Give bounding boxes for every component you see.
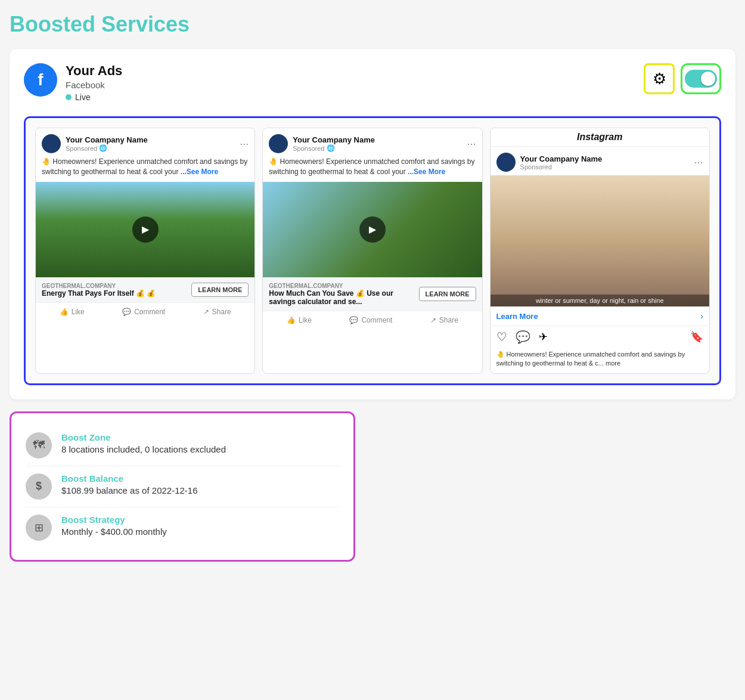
main-card: f Your Ads Facebook Live ⚙	[10, 49, 735, 399]
platform-label: Facebook	[66, 80, 122, 90]
comment-action-1[interactable]: 💬 Comment	[122, 308, 165, 316]
boost-balance-value: $108.99 balance as of 2022-12-16	[61, 485, 339, 495]
learn-more-btn-2[interactable]: LEARN MORE	[419, 287, 476, 301]
ad-dots-1[interactable]: ···	[240, 138, 249, 150]
ad-body-2: 🤚 Homeowners! Experience unmatched comfo…	[263, 157, 482, 182]
boost-zone-label: Boost Zone	[61, 432, 339, 442]
cta-source-2: GEOTHERMAL.COMPANY	[269, 283, 414, 289]
ad-image-2: ▶	[263, 182, 482, 277]
status-row: Live	[66, 92, 122, 102]
cta-title-1: Energy That Pays For Itself 💰 💰	[42, 289, 187, 298]
cta-title-2: How Much Can You Save 💰 Use our savings …	[269, 289, 414, 306]
header-actions: ⚙	[644, 63, 721, 94]
status-text: Live	[75, 92, 91, 102]
boost-balance-icon: $	[26, 473, 52, 500]
ad-sponsored-3: Sponsored	[520, 163, 603, 171]
share-label-1: Share	[212, 308, 231, 316]
insta-cta-row: Learn More ›	[491, 306, 709, 326]
toggle-thumb	[701, 72, 715, 86]
ads-title: Your Ads	[66, 63, 122, 79]
boost-balance-label: Boost Balance	[61, 473, 339, 484]
like-label-1: Like	[72, 308, 85, 316]
ad-sponsored-2: Sponsored 🌐	[293, 144, 375, 152]
ad-avatar-3	[496, 153, 516, 172]
like-action-1[interactable]: 👍 Like	[60, 308, 85, 316]
ad-header-3: Your Coampany Name Sponsored ···	[491, 147, 709, 175]
header-left: f Your Ads Facebook Live	[24, 63, 122, 102]
boost-strategy-label: Boost Strategy	[61, 515, 339, 525]
comment-label-1: Comment	[134, 308, 165, 316]
play-button-2[interactable]: ▶	[359, 216, 386, 243]
comment-label-2: Comment	[361, 316, 392, 324]
share-icon-2: ↗	[430, 316, 436, 324]
ad-card-1: Your Coampany Name Sponsored 🌐 ··· 🤚 Hom…	[35, 128, 255, 374]
share-icon-1: ↗	[203, 308, 209, 316]
boost-zone-icon: 🗺	[26, 432, 52, 459]
boost-balance-content: Boost Balance $108.99 balance as of 2022…	[61, 473, 339, 495]
heart-icon[interactable]: ♡	[496, 330, 507, 344]
globe-icon-2: 🌐	[327, 144, 335, 152]
comment-icon-1: 💬	[122, 308, 131, 316]
learn-more-btn-1[interactable]: LEARN MORE	[191, 283, 249, 297]
ad-company-1: Your Coampany Name	[66, 135, 148, 144]
ad-body-1: 🤚 Homeowners! Experience unmatched comfo…	[36, 157, 254, 182]
play-button-1[interactable]: ▶	[132, 216, 159, 243]
insta-icons-row: ♡ 💬 ✈ 🔖	[491, 326, 709, 348]
map-icon: 🗺	[33, 438, 45, 452]
sponsored-label-1: Sponsored	[66, 145, 97, 152]
header-text: Your Ads Facebook Live	[66, 63, 122, 102]
insta-learn-more[interactable]: Learn More	[496, 312, 538, 321]
like-icon-2: 👍	[287, 316, 296, 324]
status-indicator	[66, 94, 72, 100]
share-action-1[interactable]: ↗ Share	[203, 308, 231, 316]
facebook-avatar: f	[24, 63, 57, 97]
ad-dots-3[interactable]: ···	[694, 156, 703, 169]
like-label-2: Like	[299, 316, 312, 324]
boost-zone-row: 🗺 Boost Zone 8 locations included, 0 loc…	[26, 425, 339, 466]
like-action-2[interactable]: 👍 Like	[287, 316, 312, 324]
strategy-icon: ⊞	[35, 521, 44, 534]
ad-cta-2: GEOTHERMAL.COMPANY How Much Can You Save…	[263, 277, 482, 311]
cta-source-1: GEOTHERMAL.COMPANY	[42, 283, 187, 289]
ad-image-3: winter or summer, day or night, rain or …	[491, 175, 709, 306]
ad-header-1: Your Coampany Name Sponsored 🌐 ···	[36, 128, 254, 157]
ad-card-2: Your Coampany Name Sponsored 🌐 ··· 🤚 Hom…	[262, 128, 482, 374]
ad-company-3: Your Coampany Name	[520, 154, 603, 163]
boost-strategy-content: Boost Strategy Monthly - $400.00 monthly	[61, 515, 339, 537]
boost-strategy-row: ⊞ Boost Strategy Monthly - $400.00 month…	[26, 507, 339, 548]
gear-button[interactable]: ⚙	[644, 63, 675, 94]
see-more-2[interactable]: ...See More	[408, 168, 445, 176]
info-card: 🗺 Boost Zone 8 locations included, 0 loc…	[10, 411, 355, 562]
insta-caption: 🤚 Homeowners! Experience unmatched comfo…	[491, 348, 709, 373]
header-row: f Your Ads Facebook Live ⚙	[24, 63, 721, 102]
ad-cta-info-2: GEOTHERMAL.COMPANY How Much Can You Save…	[269, 283, 414, 306]
toggle-button[interactable]	[681, 63, 721, 94]
see-more-1[interactable]: ...See More	[181, 168, 218, 176]
avatar-letter: f	[38, 70, 43, 89]
globe-icon-1: 🌐	[99, 144, 107, 152]
ad-dots-2[interactable]: ···	[467, 138, 476, 150]
ad-avatar-1	[42, 134, 61, 153]
ad-actions-1: 👍 Like 💬 Comment ↗ Share	[36, 302, 254, 321]
ad-cta-1: GEOTHERMAL.COMPANY Energy That Pays For …	[36, 277, 254, 302]
dollar-icon: $	[36, 480, 42, 493]
share-label-2: Share	[439, 316, 458, 324]
comment-icon-3[interactable]: 💬	[516, 330, 530, 344]
ad-company-2: Your Coampany Name	[293, 135, 375, 144]
comment-action-2[interactable]: 💬 Comment	[349, 316, 392, 324]
sponsored-label-2: Sponsored	[293, 145, 324, 152]
gear-icon: ⚙	[653, 70, 666, 88]
ads-preview-container: Your Coampany Name Sponsored 🌐 ··· 🤚 Hom…	[24, 116, 721, 385]
comment-icon-2: 💬	[349, 316, 358, 324]
like-icon-1: 👍	[60, 308, 69, 316]
page-title: Boosted Services	[10, 10, 735, 39]
instagram-header: Instagram	[491, 128, 709, 147]
ad-cta-info-1: GEOTHERMAL.COMPANY Energy That Pays For …	[42, 283, 187, 298]
bookmark-icon[interactable]: 🔖	[690, 330, 703, 343]
send-icon[interactable]: ✈	[539, 330, 548, 343]
ad-meta-1: Your Coampany Name Sponsored 🌐	[66, 135, 148, 152]
toggle-track	[685, 70, 717, 88]
share-action-2[interactable]: ↗ Share	[430, 316, 458, 324]
ad-meta-2: Your Coampany Name Sponsored 🌐	[293, 135, 375, 152]
ad-avatar-2	[269, 134, 288, 153]
